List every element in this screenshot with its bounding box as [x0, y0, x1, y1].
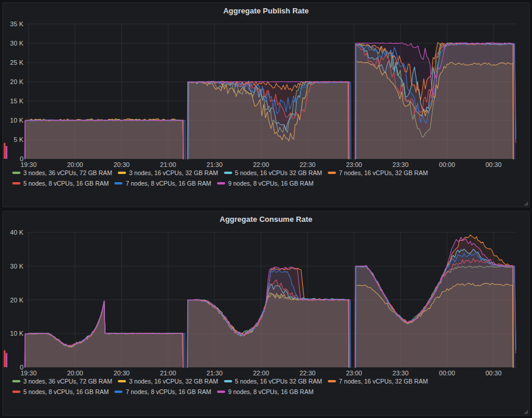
legend-label: 7 nodes, 8 vCPUs, 16 GB RAM — [125, 388, 211, 395]
legend-label: 3 nodes, 16 vCPUs, 32 GB RAM — [129, 378, 218, 385]
panel-header: Aggregate Consume Rate — [3, 211, 529, 227]
legend-item[interactable]: 7 nodes, 16 vCPUs, 32 GB RAM — [328, 169, 428, 176]
plot-area-consume[interactable]: 010 K20 K30 K40 K19:3020:0020:3021:0021:… — [3, 227, 529, 377]
x-axis-tick-label: 23:00 — [346, 370, 362, 377]
left-edge-artifact — [6, 146, 8, 159]
y-axis-tick-label: 20 K — [10, 297, 23, 304]
legend-swatch — [12, 380, 20, 382]
legend-item[interactable]: 7 nodes, 8 vCPUs, 16 GB RAM — [114, 388, 211, 395]
series-area — [24, 301, 184, 367]
panel-resize-handle[interactable] — [524, 410, 528, 414]
legend-item[interactable]: 7 nodes, 8 vCPUs, 16 GB RAM — [114, 180, 211, 187]
legend-label: 3 nodes, 36 vCPUs, 72 GB RAM — [23, 378, 112, 385]
legend-label: 5 nodes, 8 vCPUs, 16 GB RAM — [23, 180, 108, 187]
x-axis-tick-label: 22:30 — [299, 370, 316, 377]
legend-publish: 3 nodes, 36 vCPUs, 72 GB RAM3 nodes, 16 … — [3, 169, 529, 191]
legend-label: 7 nodes, 16 vCPUs, 32 GB RAM — [339, 169, 428, 176]
panel-resize-handle[interactable] — [524, 201, 528, 205]
x-axis-tick-label: 21:00 — [160, 161, 176, 168]
x-axis-tick-label: 22:00 — [253, 161, 270, 168]
x-axis-tick-label: 21:30 — [206, 161, 223, 168]
left-edge-artifact — [4, 350, 6, 367]
y-axis-tick-label: 5 K — [13, 136, 23, 143]
legend-consume: 3 nodes, 36 vCPUs, 72 GB RAM3 nodes, 16 … — [3, 377, 529, 400]
legend-label: 5 nodes, 8 vCPUs, 16 GB RAM — [23, 388, 108, 395]
legend-item[interactable]: 5 nodes, 16 vCPUs 32 GB RAM — [224, 169, 322, 176]
legend-item[interactable]: 5 nodes, 8 vCPUs, 16 GB RAM — [12, 180, 108, 187]
x-axis-tick-label: 19:30 — [20, 370, 37, 377]
series-area — [187, 267, 349, 367]
y-axis-tick-label: 35 K — [10, 20, 23, 27]
left-edge-artifact — [6, 353, 8, 367]
legend-swatch — [12, 391, 20, 393]
consume-rate-chart[interactable]: 010 K20 K30 K40 K19:3020:0020:3021:0021:… — [3, 227, 530, 377]
legend-label: 3 nodes, 16 vCPUs, 32 GB RAM — [129, 169, 218, 176]
y-axis-tick-label: 20 K — [10, 78, 23, 85]
legend-label: 7 nodes, 16 vCPUs, 32 GB RAM — [339, 378, 428, 385]
x-axis-tick-label: 20:00 — [67, 161, 83, 168]
x-axis-tick-label: 23:00 — [346, 161, 362, 168]
panel-title-consume[interactable]: Aggregate Consume Rate — [220, 215, 313, 224]
x-axis-tick-label: 00:00 — [439, 161, 456, 168]
x-axis-tick-label: 00:00 — [439, 370, 456, 377]
x-axis-tick-label: 00:30 — [485, 370, 502, 377]
x-axis-tick-label: 20:30 — [114, 161, 130, 168]
panel-consume-rate: Aggregate Consume Rate 010 K20 K30 K40 K… — [2, 211, 530, 416]
legend-item[interactable]: 3 nodes, 16 vCPUs, 32 GB RAM — [118, 378, 218, 385]
panel-title-publish[interactable]: Aggregate Publish Rate — [223, 6, 309, 15]
legend-item[interactable]: 9 nodes, 8 vCPUs, 16 GB RAM — [217, 180, 313, 187]
series-area — [187, 82, 349, 159]
legend-swatch — [118, 172, 126, 174]
x-axis-tick-label: 21:30 — [206, 370, 223, 377]
series-area — [24, 120, 184, 159]
legend-item[interactable]: 5 nodes, 8 vCPUs, 16 GB RAM — [12, 388, 108, 395]
x-axis-tick-label: 22:30 — [299, 161, 316, 168]
left-edge-artifact — [4, 143, 6, 159]
legend-item[interactable]: 3 nodes, 36 vCPUs, 72 GB RAM — [12, 169, 112, 176]
legend-swatch — [114, 391, 123, 393]
publish-rate-chart[interactable]: 05 K10 K15 K20 K25 K30 K35 K19:3020:0020… — [3, 18, 530, 169]
dashboard: Aggregate Publish Rate 05 K10 K15 K20 K2… — [0, 0, 532, 418]
legend-label: 5 nodes, 16 vCPUs 32 GB RAM — [235, 378, 322, 385]
legend-swatch — [12, 172, 20, 174]
legend-swatch — [12, 182, 20, 184]
legend-item[interactable]: 7 nodes, 16 vCPUs, 32 GB RAM — [328, 378, 428, 385]
legend-label: 3 nodes, 36 vCPUs, 72 GB RAM — [23, 169, 112, 176]
legend-swatch — [217, 182, 225, 184]
x-axis-tick-label: 19:30 — [20, 161, 37, 168]
y-axis-tick-label: 10 K — [10, 330, 23, 337]
legend-swatch — [328, 172, 336, 174]
x-axis-tick-label: 22:00 — [253, 370, 270, 377]
legend-swatch — [217, 391, 225, 393]
x-axis-tick-label: 20:00 — [67, 370, 83, 377]
legend-label: 9 nodes, 8 vCPUs, 16 GB RAM — [228, 388, 313, 395]
x-axis-tick-label: 23:30 — [393, 370, 409, 377]
panel-publish-rate: Aggregate Publish Rate 05 K10 K15 K20 K2… — [2, 2, 530, 207]
y-axis-tick-label: 30 K — [10, 263, 23, 270]
legend-item[interactable]: 5 nodes, 16 vCPUs 32 GB RAM — [224, 378, 322, 385]
legend-swatch — [328, 380, 336, 382]
y-axis-tick-label: 15 K — [10, 97, 23, 104]
y-axis-tick-label: 40 K — [10, 229, 23, 236]
legend-label: 9 nodes, 8 vCPUs, 16 GB RAM — [228, 180, 313, 187]
x-axis-tick-label: 23:30 — [393, 161, 409, 168]
y-axis-tick-label: 25 K — [10, 59, 23, 66]
plot-area-publish[interactable]: 05 K10 K15 K20 K25 K30 K35 K19:3020:0020… — [3, 18, 529, 169]
legend-swatch — [224, 380, 232, 382]
legend-label: 5 nodes, 16 vCPUs 32 GB RAM — [235, 169, 322, 176]
legend-swatch — [224, 172, 232, 174]
legend-item[interactable]: 9 nodes, 8 vCPUs, 16 GB RAM — [217, 388, 313, 395]
x-axis-tick-label: 20:30 — [114, 370, 130, 377]
y-axis-tick-label: 10 K — [10, 117, 23, 124]
panel-header: Aggregate Publish Rate — [3, 3, 529, 18]
legend-item[interactable]: 3 nodes, 16 vCPUs, 32 GB RAM — [118, 169, 218, 176]
legend-swatch — [114, 182, 123, 184]
y-axis-tick-label: 30 K — [10, 40, 23, 47]
legend-label: 7 nodes, 8 vCPUs, 16 GB RAM — [125, 180, 211, 187]
x-axis-tick-label: 21:00 — [160, 370, 176, 377]
legend-swatch — [118, 380, 126, 382]
legend-item[interactable]: 3 nodes, 36 vCPUs, 72 GB RAM — [12, 378, 112, 385]
x-axis-tick-label: 00:30 — [485, 161, 502, 168]
